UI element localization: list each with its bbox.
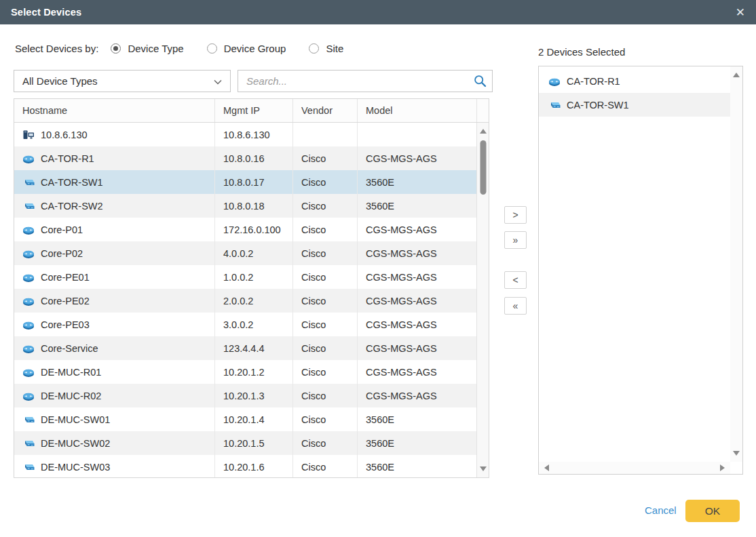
scroll-left-icon[interactable]	[544, 464, 549, 471]
close-icon[interactable]: ✕	[736, 7, 745, 18]
table-row[interactable]: Core-PE022.0.0.2CiscoCGS-MGS-AGS	[14, 289, 476, 313]
model-cell: CGS-MGS-AGS	[357, 313, 476, 336]
scroll-up-icon[interactable]	[733, 73, 740, 77]
router-icon	[548, 76, 561, 87]
radio-option-device-group[interactable]: Device Group	[207, 43, 286, 54]
radio-group: Device TypeDevice GroupSite	[111, 43, 366, 54]
model-cell: CGS-MGS-AGS	[357, 289, 476, 313]
panel-vertical-scrollbar[interactable]	[730, 66, 742, 462]
mgmt-ip-cell: 172.16.0.100	[214, 218, 292, 241]
dialog-title: Select Devices	[11, 7, 81, 18]
hostname-cell: 10.8.6.130	[41, 130, 88, 140]
hostname-cell: CA-TOR-R1	[41, 153, 94, 164]
switch-icon	[548, 100, 561, 111]
panel-horizontal-scrollbar[interactable]	[539, 462, 730, 474]
table-row[interactable]: CA-TOR-SW210.8.0.18Cisco3560E	[14, 194, 476, 218]
mgmt-ip-cell: 3.0.0.2	[214, 313, 292, 336]
radio-unselected-icon[interactable]	[309, 43, 319, 54]
mgmt-ip-cell: 10.20.1.5	[214, 431, 292, 455]
table-row[interactable]: 10.8.6.13010.8.6.130	[14, 123, 476, 146]
table-row[interactable]: Core-P024.0.0.2CiscoCGS-MGS-AGS	[14, 241, 476, 265]
scroll-up-icon[interactable]	[480, 129, 487, 134]
add-selected-button[interactable]: >	[504, 206, 527, 224]
column-header-hostname[interactable]: Hostname	[14, 99, 214, 122]
mgmt-ip-cell: 10.8.0.18	[214, 194, 292, 218]
table-row[interactable]: DE-MUC-R0110.20.1.2CiscoCGS-MGS-AGS	[14, 360, 476, 384]
select-devices-dialog: Select Devices ✕ Select Devices by: Devi…	[0, 0, 756, 537]
selected-devices-panel: CA-TOR-R1CA-TOR-SW1	[538, 66, 743, 475]
selected-count-label: 2 Devices Selected	[538, 46, 625, 58]
table-row[interactable]: CA-TOR-R110.8.0.16CiscoCGS-MGS-AGS	[14, 146, 476, 170]
selected-device-item[interactable]: CA-TOR-R1	[539, 69, 730, 93]
radio-option-label: Site	[326, 43, 343, 54]
column-header-vendor[interactable]: Vendor	[292, 99, 357, 122]
table-row[interactable]: DE-MUC-SW0110.20.1.4Cisco3560E	[14, 407, 476, 431]
scroll-down-icon[interactable]	[480, 466, 487, 471]
table-row[interactable]: CA-TOR-SW110.8.0.17Cisco3560E	[14, 170, 476, 194]
selected-devices-list: CA-TOR-R1CA-TOR-SW1	[539, 66, 730, 462]
table-vertical-scrollbar[interactable]	[476, 123, 489, 477]
mgmt-ip-cell: 2.0.0.2	[214, 289, 292, 313]
model-cell	[357, 123, 476, 146]
scrollbar-thumb[interactable]	[480, 140, 486, 195]
vendor-cell: Cisco	[292, 360, 357, 384]
hostname-cell: DE-MUC-R01	[41, 367, 101, 378]
router-icon	[22, 367, 35, 378]
column-header-model[interactable]: Model	[357, 99, 476, 122]
vendor-cell: Cisco	[292, 336, 357, 360]
switch-icon	[22, 201, 35, 212]
radio-option-label: Device Type	[128, 43, 183, 54]
selected-device-item[interactable]: CA-TOR-SW1	[539, 93, 730, 117]
table-row[interactable]: Core-PE011.0.0.2CiscoCGS-MGS-AGS	[14, 265, 476, 289]
model-cell: CGS-MGS-AGS	[357, 360, 476, 384]
table-row[interactable]: DE-MUC-SW0310.20.1.6Cisco3560E	[14, 455, 476, 477]
add-all-button[interactable]: »	[504, 231, 527, 249]
hostname-cell: DE-MUC-SW01	[41, 414, 110, 425]
table-row[interactable]: DE-MUC-SW0210.20.1.5Cisco3560E	[14, 431, 476, 455]
cancel-button[interactable]: Cancel	[645, 504, 677, 516]
search-icon[interactable]	[473, 74, 487, 91]
radio-unselected-icon[interactable]	[207, 43, 217, 54]
ok-button[interactable]: OK	[685, 500, 740, 522]
mgmt-ip-cell: 10.8.6.130	[214, 123, 292, 146]
model-cell: CGS-MGS-AGS	[357, 218, 476, 241]
table-row[interactable]: Core-P01172.16.0.100CiscoCGS-MGS-AGS	[14, 218, 476, 241]
mgmt-ip-cell: 10.8.0.16	[214, 146, 292, 170]
device-table-header: Hostname Mgmt IP Vendor Model	[14, 99, 489, 123]
search-input[interactable]	[238, 70, 493, 92]
model-cell: CGS-MGS-AGS	[357, 384, 476, 407]
table-row[interactable]: Core-PE033.0.0.2CiscoCGS-MGS-AGS	[14, 313, 476, 336]
router-icon	[22, 296, 35, 306]
radio-option-device-type[interactable]: Device Type	[111, 43, 183, 54]
model-cell: 3560E	[357, 194, 476, 218]
scroll-down-icon[interactable]	[733, 451, 740, 456]
selected-device-label: CA-TOR-R1	[567, 76, 620, 87]
model-cell: CGS-MGS-AGS	[357, 146, 476, 170]
switch-icon	[22, 414, 35, 425]
remove-selected-button[interactable]: <	[504, 271, 527, 289]
hostname-cell: DE-MUC-R02	[41, 391, 101, 401]
scroll-right-icon[interactable]	[720, 464, 725, 471]
table-row[interactable]: DE-MUC-R0210.20.1.3CiscoCGS-MGS-AGS	[14, 384, 476, 407]
radio-option-site[interactable]: Site	[309, 43, 343, 54]
router-icon	[22, 224, 35, 235]
vendor-cell: Cisco	[292, 241, 357, 265]
model-cell: CGS-MGS-AGS	[357, 241, 476, 265]
router-icon	[22, 153, 35, 164]
column-header-mgmt-ip[interactable]: Mgmt IP	[214, 99, 292, 122]
mgmt-ip-cell: 10.20.1.2	[214, 360, 292, 384]
vendor-cell	[292, 123, 357, 146]
mgmt-ip-cell: 10.20.1.6	[214, 455, 292, 477]
radio-selected-icon[interactable]	[111, 43, 121, 54]
vendor-cell: Cisco	[292, 146, 357, 170]
vendor-cell: Cisco	[292, 431, 357, 455]
switch-icon	[22, 438, 35, 449]
remove-all-button[interactable]: «	[504, 297, 527, 315]
table-row[interactable]: Core-Service123.4.4.4CiscoCGS-MGS-AGS	[14, 336, 476, 360]
model-cell: 3560E	[357, 170, 476, 194]
search-box	[238, 70, 493, 92]
device-type-dropdown[interactable]: All Device Types	[14, 70, 231, 92]
router-icon	[22, 343, 35, 354]
model-cell: CGS-MGS-AGS	[357, 336, 476, 360]
mgmt-ip-cell: 10.20.1.3	[214, 384, 292, 407]
